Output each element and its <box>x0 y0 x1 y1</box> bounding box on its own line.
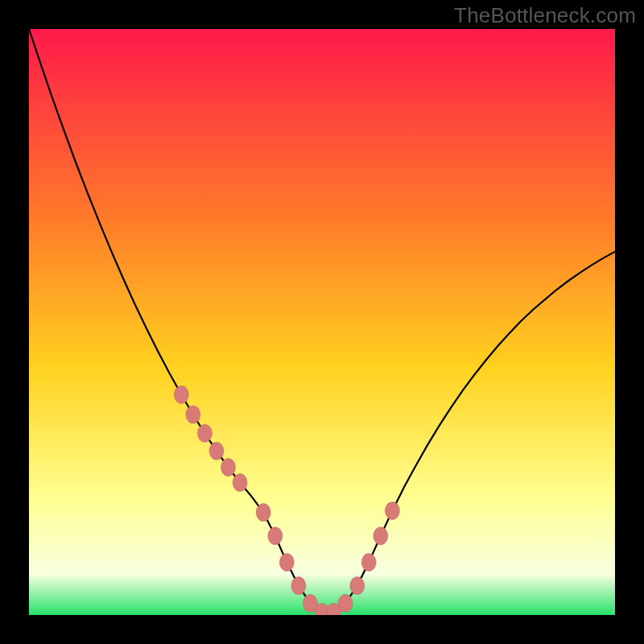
bottleneck-chart <box>29 29 615 615</box>
marker-point <box>233 474 247 492</box>
marker-point <box>174 386 188 403</box>
marker-point <box>186 406 200 423</box>
marker-point <box>374 527 388 545</box>
plot-area <box>29 29 615 615</box>
gradient-background <box>29 29 615 615</box>
marker-point <box>268 527 283 545</box>
marker-point <box>338 594 353 612</box>
marker-point <box>350 577 365 595</box>
marker-point <box>256 504 270 522</box>
marker-point <box>385 502 399 519</box>
watermark-text: TheBottleneck.com <box>454 3 636 28</box>
chart-frame: TheBottleneck.com <box>0 0 644 644</box>
marker-point <box>279 554 294 572</box>
marker-point <box>197 424 212 442</box>
marker-point <box>209 442 224 460</box>
marker-point <box>221 459 236 477</box>
marker-point <box>291 577 306 595</box>
marker-point <box>361 554 376 572</box>
